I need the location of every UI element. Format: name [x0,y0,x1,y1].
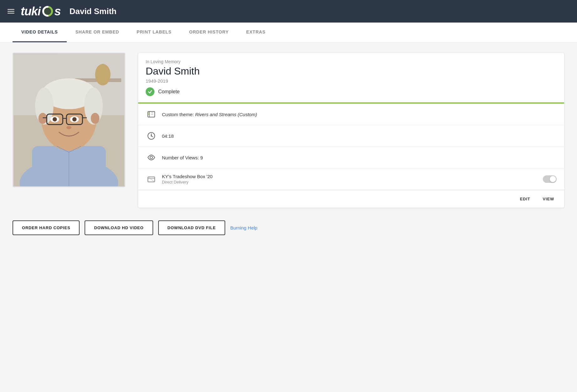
info-card: In Loving Memory David Smith 1949-2019 C… [138,53,564,208]
header: tuki s David Smith [0,0,577,23]
delivery-icon [146,173,157,185]
burning-help-link[interactable]: Burning Help [230,225,257,230]
theme-content: Custom theme: Rivers and Streams (Custom… [162,112,557,117]
theme-row: Custom theme: Rivers and Streams (Custom… [138,104,564,125]
view-button[interactable]: VIEW [540,195,557,203]
svg-point-31 [151,135,152,137]
views-label: Number of Views: [162,155,199,160]
svg-point-22 [72,117,77,121]
svg-point-21 [53,117,57,121]
content-area: In Loving Memory David Smith 1949-2019 C… [13,53,564,208]
tab-share-embed[interactable]: SHARE OR EMBED [67,23,128,42]
svg-point-27 [148,114,149,115]
portrait-image [13,54,124,186]
header-title: David Smith [70,7,117,16]
duration-value: 04:18 [162,133,557,139]
logo-spinner-icon [42,5,54,17]
duration-row: 04:18 [138,125,564,147]
duration-icon [146,130,157,142]
svg-point-26 [148,112,149,113]
theme-label: Custom theme: [162,112,194,117]
delivery-toggle[interactable] [543,175,557,183]
portrait-svg [13,54,124,186]
delivery-row: KY's Tradeshow Box '20 Direct Delivery [138,168,564,190]
status-row: Complete [146,87,557,97]
download-dvd-button[interactable]: DOWNLOAD DVD FILE [158,220,225,235]
main-content: In Loving Memory David Smith 1949-2019 C… [0,43,577,245]
svg-point-4 [95,64,111,85]
card-actions: EDIT VIEW [138,190,564,208]
in-loving-memory-text: In Loving Memory [146,59,557,64]
delivery-name: KY's Tradeshow Box '20 [162,174,538,179]
svg-point-12 [39,113,47,124]
theme-value: Rivers and Streams (Custom) [195,112,257,117]
svg-line-35 [148,177,155,182]
info-header: In Loving Memory David Smith 1949-2019 C… [138,53,564,102]
complete-check-icon [146,87,154,96]
logo-text: tuki [21,5,41,18]
person-name: David Smith [146,65,557,77]
menu-icon[interactable] [8,9,14,13]
views-icon [146,152,157,163]
order-hard-copies-button[interactable]: ORDER HARD COPIES [13,220,80,235]
svg-point-32 [150,156,153,159]
tab-extras[interactable]: EXTRAS [237,23,274,42]
tab-order-history[interactable]: ORDER HISTORY [180,23,237,42]
views-row: Number of Views: 9 [138,147,564,168]
portrait-container [13,53,125,187]
edit-button[interactable]: EDIT [517,195,533,203]
delivery-sub: Direct Delivery [162,180,538,184]
tab-print-labels[interactable]: PRINT LABELS [128,23,180,42]
views-count: 9 [200,155,203,160]
views-content: Number of Views: 9 [162,155,557,160]
tabs-nav: VIDEO DETAILS SHARE OR EMBED PRINT LABEL… [0,23,577,43]
tab-video-details[interactable]: VIDEO DETAILS [13,23,67,42]
delivery-content: KY's Tradeshow Box '20 Direct Delivery [162,174,538,184]
logo-text-s: s [55,5,61,18]
svg-point-23 [66,126,71,129]
status-text: Complete [158,89,179,95]
download-hd-button[interactable]: DOWNLOAD HD VIDEO [85,220,153,235]
person-years: 1949-2019 [146,78,557,84]
logo: tuki s [21,5,61,18]
svg-point-13 [91,113,100,124]
theme-icon [146,109,157,120]
bottom-buttons: ORDER HARD COPIES DOWNLOAD HD VIDEO DOWN… [13,218,564,235]
